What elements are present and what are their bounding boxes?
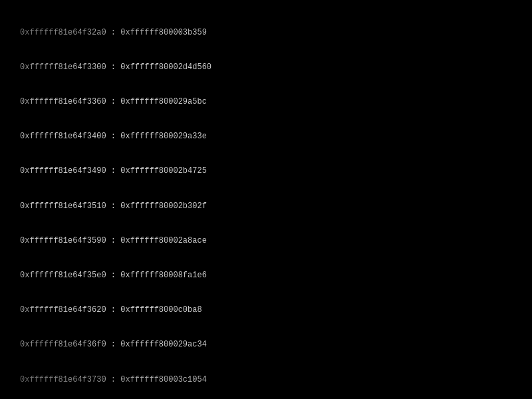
screen: 0xffffff81e64f32a0 : 0xffffff800003b359 … <box>0 0 532 399</box>
hex-line-9: 0xffffff81e64f3620 : 0xffffff8000c0ba8 <box>20 305 512 316</box>
hex-line-8: 0xffffff81e64f35e0 : 0xffffff80008fa1e6 <box>20 270 512 281</box>
hex-line-6: 0xffffff81e64f3510 : 0xffffff80002b302f <box>20 201 512 212</box>
hex-line-3: 0xffffff81e64f3360 : 0xffffff800029a5bc <box>20 96 512 108</box>
hex-line-11: 0xffffff81e64f3730 : 0xffffff80003c1054 <box>20 374 512 386</box>
hex-line-2: 0xffffff81e64f3300 : 0xffffff80002d4d560 <box>20 62 512 73</box>
hex-line-1: 0xffffff81e64f32a0 : 0xffffff800003b359 <box>20 27 512 39</box>
hex-line-5: 0xffffff81e64f3490 : 0xffffff80002b4725 <box>20 166 512 177</box>
hex-line-10: 0xffffff81e64f36f0 : 0xffffff800029ac34 <box>20 339 512 350</box>
hex-line-4: 0xffffff81e64f3400 : 0xffffff800029a33e <box>20 131 512 142</box>
hex-line-7: 0xffffff81e64f3590 : 0xffffff80002a8ace <box>20 235 512 247</box>
terminal-output: 0xffffff81e64f32a0 : 0xffffff800003b359 … <box>0 0 532 399</box>
